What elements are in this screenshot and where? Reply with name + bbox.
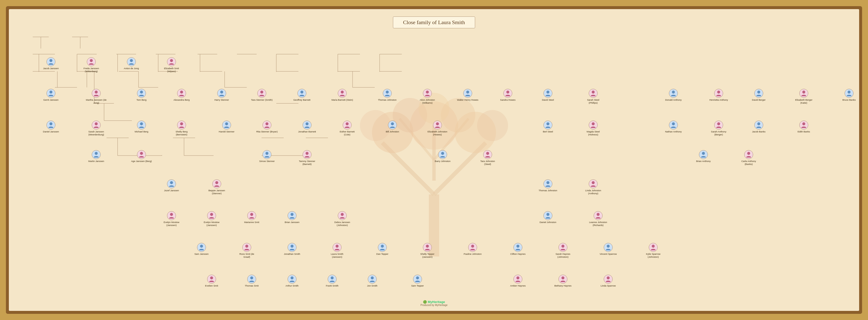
person-evelyn_mostow2[interactable]: Evelyn Mostow (Janssen) [200, 211, 223, 227]
person-nathan_anthony[interactable]: Nathan Anthony [662, 121, 684, 133]
person-tara_stenner[interactable]: Tara Stenner (Smith) [251, 89, 273, 101]
person-alice_johnston[interactable]: Alice Johnston (Williams) [416, 89, 438, 105]
person-esther_barnett[interactable]: Esther Barnett (Cole) [336, 121, 358, 136]
person-harry_stenner[interactable]: Harry Stenner [211, 89, 233, 101]
avatar-icon-nathan_anthony [670, 122, 677, 128]
person-evelyn_mostow[interactable]: Evelyn Mostow (Janssen) [160, 211, 183, 227]
person-magda_steel[interactable]: Magda Steel (Holness) [582, 121, 604, 136]
person-brian_janssen[interactable]: Brian Janssen [281, 211, 303, 224]
person-laura_smith[interactable]: Laura Smith (Janssen) [326, 243, 348, 259]
person-shelly_berg[interactable]: Shelly Berg (Bernstein) [170, 121, 193, 136]
person-vincent_sparrow[interactable]: Vincent Sparrow [597, 243, 619, 256]
person-jozef_janssen[interactable]: Jozef Janssen [160, 179, 183, 192]
person-carla_anthony[interactable]: Carla Anthony (Banks) [738, 150, 760, 166]
person-thomas_johnston2[interactable]: Thomas Johnston [537, 179, 559, 192]
person-berl_steel[interactable]: Berl Steel [537, 121, 559, 133]
person-bill_johnston[interactable]: Bill Johnston [381, 121, 403, 133]
svg-point-96 [306, 122, 309, 125]
svg-point-86 [717, 91, 720, 93]
avatar-sarah_anthony [714, 121, 723, 129]
person-dan_tepper[interactable]: Dan Tepper [371, 243, 394, 256]
person-linda_sparrow[interactable]: Linda Sparrow [597, 275, 619, 287]
person-tara_johnston[interactable]: Tara Johnston (Steel) [476, 150, 499, 166]
person-elizabeth_smit[interactable]: Elizabeth Smit (Wijseo) [160, 57, 183, 73]
person-bethany_haynes[interactable]: Bethany Haynes [552, 275, 574, 287]
person-freda_janssen[interactable]: Freda Janssen (Wittenberg) [80, 57, 102, 73]
person-simoe_stenner[interactable]: Simoe Stenner [256, 150, 278, 163]
person-barry_johnston[interactable]: Barry Johnston [432, 150, 454, 163]
person-thomas_johnston[interactable]: Thomas Johnston [376, 89, 398, 101]
person-sam_janssen[interactable]: Sam Janssen [190, 243, 213, 256]
person-alexandra_berg[interactable]: Alexandra Berg [170, 89, 193, 101]
person-walter_howes[interactable]: Walter Henry Howes [457, 89, 479, 101]
person-linda_johnston[interactable]: Linda Johnston (Anthony) [582, 179, 604, 195]
person-maria_barnett[interactable]: Maria Barnett (Stein) [331, 89, 353, 101]
person-brian_anthony[interactable]: Brian Anthony [692, 150, 714, 163]
person-martin_janssen[interactable]: Martin Janssen [85, 150, 107, 163]
avatar-brian_janssen [288, 211, 297, 220]
person-michael_berg[interactable]: Michael Berg [130, 121, 153, 133]
person-shelly_tepper[interactable]: Shelly Tepper (Janssen) [416, 243, 438, 259]
person-name-anton_dejong: Anton de Jong [124, 67, 139, 70]
person-pauline_johnston[interactable]: Pauline Johnston [462, 243, 484, 256]
avatar-esther_barnett [343, 121, 351, 129]
person-beppie_janssen[interactable]: Beppie Janssen (Stenner) [206, 179, 228, 195]
avatar-icon-elisabeth_berger [800, 90, 807, 97]
person-martha_janssen[interactable]: Martha Janssen (de Jong) [85, 89, 107, 105]
person-daniel_johnston[interactable]: Daniel Johnston [537, 211, 559, 224]
person-sarah_steel[interactable]: Sarah Steel (Phillips) [582, 89, 604, 105]
person-jacob_janssen[interactable]: Jacob Janssen [40, 57, 62, 70]
person-name-jonathan_smith: Jonathan Smith [284, 253, 300, 256]
person-geoffrey_barnett[interactable]: Geoffrey Barnett [291, 89, 313, 101]
person-jacob_banks[interactable]: Jacob Banks [748, 121, 770, 133]
person-leanne_johnston[interactable]: Leanne Johnston (Richards) [587, 211, 609, 227]
person-edith_banks[interactable]: Edith Banks [793, 121, 815, 133]
person-sandra_howes[interactable]: Sandra Howes [497, 89, 519, 101]
person-donald_anthony[interactable]: Donald Anthony [662, 89, 684, 101]
person-kylie_sparrow[interactable]: Kylie Sparrow (Johnston) [642, 243, 664, 259]
person-anton_dejong[interactable]: Anton de Jong [120, 57, 143, 70]
person-henrietta_anthony[interactable]: Henrietta Anthony [708, 89, 730, 101]
person-name-laura_smith: Laura Smith (Janssen) [326, 253, 348, 259]
person-name-linda_johnston: Linda Johnston (Anthony) [582, 189, 604, 195]
person-name-bruce_banks: Bruce Banks [842, 98, 856, 101]
person-tammy_stenner[interactable]: Tammy Stenner (Barnett) [296, 150, 318, 166]
person-name-kylie_sparrow: Kylie Sparrow (Johnston) [642, 253, 664, 259]
person-jonathan_barnett[interactable]: Jonathan Barnett [296, 121, 318, 133]
person-debra_janssen[interactable]: Debra Janssen (Johnston) [331, 211, 353, 227]
person-frank_smith[interactable]: Frank Smith [321, 275, 343, 287]
person-jon_smith[interactable]: Jon Smith [361, 275, 383, 287]
person-arthur_smith[interactable]: Arthur Smith [281, 275, 303, 287]
person-sarah_haynes[interactable]: Sarah Haynes (Johnston) [552, 243, 574, 259]
person-evelien_smit[interactable]: Evelien Smit [200, 275, 223, 287]
person-clifton_haynes[interactable]: Clifton Haynes [507, 243, 529, 256]
person-marianne_smit[interactable]: Marianne Smit [241, 211, 263, 224]
person-jonathan_smith[interactable]: Jonathan Smith [281, 243, 303, 256]
person-sam_tepper[interactable]: Sam Tepper [406, 275, 429, 287]
person-bruce_banks[interactable]: Bruce Banks [838, 89, 859, 101]
person-age_janssen[interactable]: Age Janssen (Berg) [130, 150, 153, 163]
person-daniel_janssen[interactable]: Daniel Janssen [40, 121, 62, 133]
person-rita_stenner[interactable]: Rita Stenner (Bryan) [256, 121, 278, 133]
person-roos_smit[interactable]: Roos Smit (de Graaf) [236, 243, 258, 259]
person-harold_stenner[interactable]: Harold Stenner [216, 121, 238, 133]
person-name-berl_steel: Berl Steel [543, 130, 553, 133]
svg-point-13 [477, 110, 508, 141]
avatar-icon-sandra_howes [504, 90, 511, 97]
person-name-roos_smit: Roos Smit (de Graaf) [236, 253, 257, 259]
person-gerrit_janssen[interactable]: Gerrit Janssen [40, 89, 62, 101]
person-elizabeth_johnston[interactable]: Elizabeth Johnston (Howes) [426, 121, 448, 136]
person-tom_berg[interactable]: Tom Berg [130, 89, 153, 101]
person-sarah_anthony[interactable]: Sarah Anthony (Berger) [708, 121, 730, 136]
person-elisabeth_berger[interactable]: Elisabeth Berger (Katie) [793, 89, 815, 105]
person-name-vincent_sparrow: Vincent Sparrow [599, 253, 617, 256]
person-david_berger[interactable]: David Berger [748, 89, 770, 101]
svg-point-103 [717, 122, 720, 125]
person-david_steel[interactable]: David Steel [537, 89, 559, 101]
person-sarah_janssen[interactable]: Sarah Janssen (Weerdenburg) [85, 121, 107, 136]
person-name-sarah_steel: Sarah Steel (Phillips) [582, 98, 604, 105]
person-thomas_smit[interactable]: Thomas Smit [241, 275, 263, 287]
svg-point-143 [561, 277, 564, 280]
person-amber_haynes[interactable]: Amber Haynes [507, 275, 529, 287]
svg-point-122 [341, 213, 344, 216]
